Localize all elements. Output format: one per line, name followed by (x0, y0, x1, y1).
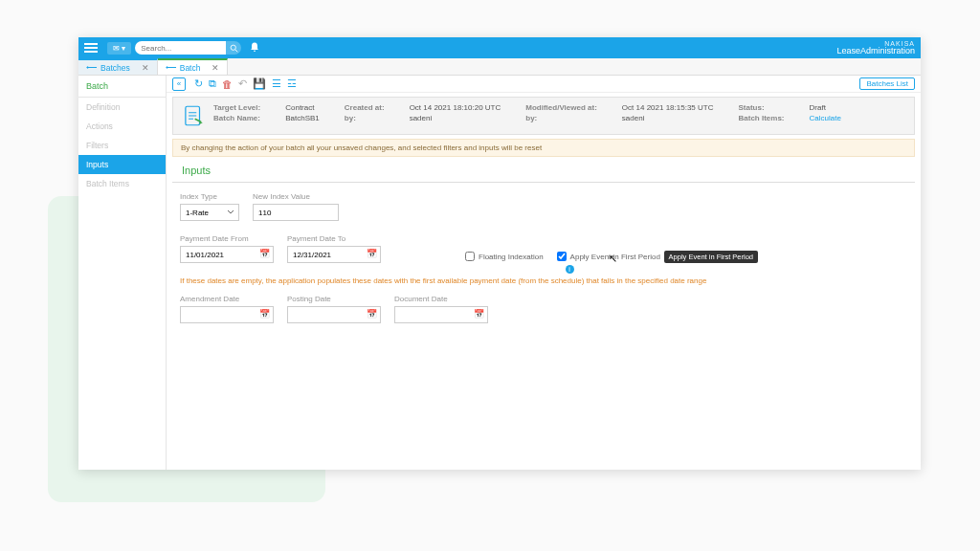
tab-label: Batch (180, 63, 201, 73)
cursor-icon: ↖ (609, 253, 617, 265)
list-icon[interactable]: ☰ (272, 77, 281, 90)
list-check-icon[interactable]: ☲ (287, 77, 297, 90)
target-level: Contract (285, 103, 335, 112)
close-icon[interactable]: ✕ (212, 63, 219, 73)
modified-by: sadeni (622, 114, 729, 122)
brand-top: NAKISA (836, 40, 915, 47)
apply-first-period-input[interactable] (557, 252, 567, 261)
brand: NAKISA LeaseAdministration (836, 40, 915, 55)
amendment-date-input[interactable] (180, 306, 274, 323)
sidebar-item-actions[interactable]: Actions (78, 117, 166, 136)
sidebar-item-definition[interactable]: Definition (78, 98, 166, 117)
back-arrow-icon: ⟵ (166, 63, 176, 72)
payment-to-label: Payment Date To (287, 234, 381, 243)
floating-indexation-label: Floating Indexation (479, 253, 544, 261)
amendment-date-label: Amendment Date (180, 295, 274, 303)
toolbar: « ↻ ⧉ 🗑 ↶ 💾 ☰ ☲ Batches List (167, 76, 921, 93)
batch-name: BatchSB1 (285, 114, 335, 122)
floating-indexation-input[interactable] (465, 252, 475, 261)
created-by: sadeni (410, 114, 517, 122)
modified-at-label: Modified/Viewed at: (525, 103, 612, 112)
sidebar-item-batch-items[interactable]: Batch Items (78, 174, 166, 193)
batch-items-label: Batch Items: (739, 114, 800, 122)
document-icon (181, 103, 206, 128)
tabbar: ⟵ Batches ✕ ⟵ Batch ✕ (78, 58, 921, 76)
search-input[interactable] (135, 41, 226, 55)
info-icon[interactable]: i (566, 265, 574, 274)
index-type-label: Index Type (180, 192, 239, 201)
collapse-sidebar-button[interactable]: « (172, 77, 186, 91)
back-arrow-icon: ⟵ (86, 63, 97, 72)
by-label-2: by: (525, 114, 612, 122)
svg-line-1 (235, 50, 237, 52)
sidebar-item-filters[interactable]: Filters (78, 136, 166, 155)
tab-batches[interactable]: ⟵ Batches ✕ (78, 58, 158, 75)
calculate-link[interactable]: Calculate (810, 114, 857, 122)
tab-label: Batches (100, 63, 130, 73)
apply-first-period-checkbox[interactable]: Apply Event in First Period i ↖ Apply Ev… (557, 252, 660, 261)
sidebar: Batch Definition Actions Filters Inputs … (78, 76, 167, 470)
payment-from-input[interactable] (180, 246, 274, 263)
svg-point-0 (231, 45, 235, 50)
document-date-input[interactable] (394, 306, 488, 323)
save-icon[interactable]: 💾 (253, 77, 266, 90)
brand-bottom: LeaseAdministration (836, 47, 915, 55)
floating-indexation-checkbox[interactable]: Floating Indexation (465, 252, 544, 261)
close-icon[interactable]: ✕ (142, 63, 149, 73)
sidebar-item-inputs[interactable]: Inputs (78, 155, 166, 174)
by-label-1: by: (345, 114, 400, 122)
target-level-label: Target Level: (213, 103, 276, 112)
sidebar-title: Batch (78, 76, 166, 98)
hamburger-icon[interactable] (84, 41, 101, 55)
status: Draft (810, 103, 857, 112)
created-at-label: Created at: (345, 103, 400, 112)
copy-icon[interactable]: ⧉ (209, 77, 216, 90)
tooltip: Apply Event in First Period (664, 251, 758, 263)
bell-icon[interactable] (249, 41, 260, 55)
batch-name-label: Batch Name: (213, 114, 276, 122)
section-title: Inputs (172, 161, 915, 183)
form-area: Index Type 1-Rate New Index Value Paymen… (167, 183, 921, 346)
payment-from-label: Payment Date From (180, 234, 274, 243)
date-note: If these dates are empty, the applicatio… (180, 276, 907, 285)
new-index-value-input[interactable] (253, 204, 339, 221)
payment-to-input[interactable] (287, 246, 381, 263)
search-button[interactable] (226, 41, 241, 55)
posting-date-label: Posting Date (287, 295, 381, 303)
summary-panel: Target Level: Contract Created at: Oct 1… (172, 97, 915, 135)
modified-at: Oct 14 2021 18:15:35 UTC (622, 103, 729, 112)
top-dropdown[interactable]: ✉ ▾ (107, 42, 131, 55)
batches-list-button[interactable]: Batches List (859, 77, 915, 90)
topbar: ✉ ▾ NAKISA LeaseAdministration (78, 37, 921, 58)
delete-icon[interactable]: 🗑 (222, 78, 233, 90)
document-date-label: Document Date (394, 295, 488, 303)
tab-batch[interactable]: ⟵ Batch ✕ (158, 58, 229, 75)
posting-date-input[interactable] (287, 306, 381, 323)
created-at: Oct 14 2021 18:10:20 UTC (410, 103, 517, 112)
status-label: Status: (739, 103, 800, 112)
warning-banner: By changing the action of your batch all… (172, 139, 915, 157)
index-type-select[interactable]: 1-Rate (180, 204, 239, 221)
undo-icon[interactable]: ↶ (238, 77, 247, 90)
refresh-icon[interactable]: ↻ (194, 77, 203, 90)
new-index-value-label: New Index Value (253, 192, 339, 201)
search-icon (230, 44, 238, 53)
